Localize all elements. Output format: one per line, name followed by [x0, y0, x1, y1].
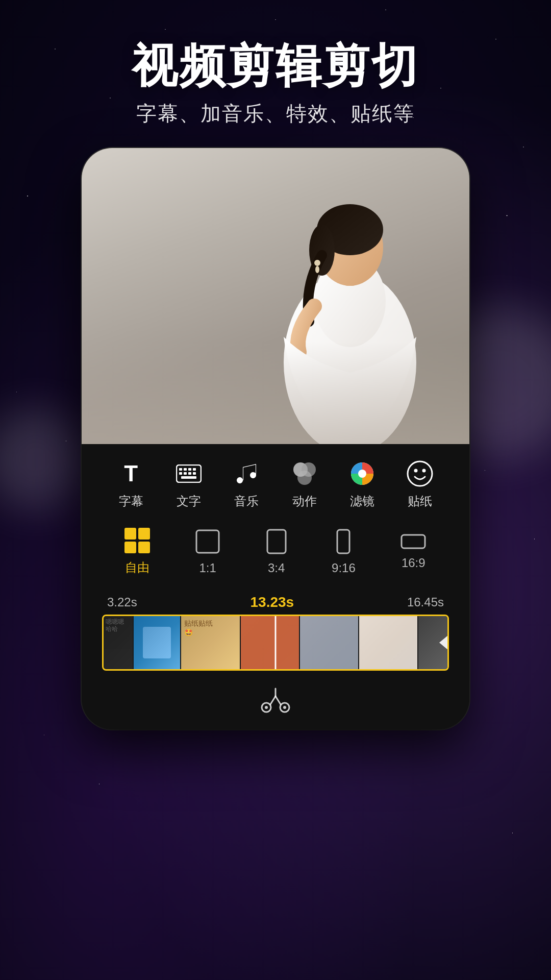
page-content: 视频剪辑剪切 字幕、加音乐、特效、贴纸等	[0, 0, 551, 980]
ratio-3-4-label: 3:4	[268, 561, 285, 575]
main-title: 视频剪辑剪切	[132, 41, 419, 91]
tool-music[interactable]: 音乐	[232, 459, 261, 509]
svg-rect-10	[184, 468, 187, 471]
keyboard-svg	[176, 464, 202, 483]
svg-rect-16	[193, 472, 196, 475]
svg-rect-15	[188, 472, 191, 475]
ratio-9-16-label: 9:16	[332, 561, 356, 575]
svg-point-7	[315, 266, 319, 273]
ratio-9-16[interactable]: 9:16	[332, 528, 356, 575]
grid-icon	[124, 528, 150, 553]
tool-action[interactable]: 动作	[290, 459, 319, 509]
timeline-timestamps: 3.22s 13.23s 16.45s	[102, 594, 449, 610]
music-label: 音乐	[234, 493, 259, 509]
ratio-16-9-icon	[400, 533, 427, 550]
svg-rect-28	[337, 530, 349, 553]
ratio-1-1-label: 1:1	[199, 561, 216, 575]
scissors-area[interactable]	[102, 676, 449, 719]
svg-rect-17	[181, 476, 196, 479]
header-section: 视频剪辑剪切 字幕、加音乐、特效、贴纸等	[132, 0, 419, 128]
ts-left: 3.22s	[107, 595, 137, 609]
ratio-1-1[interactable]: 1:1	[194, 528, 221, 575]
svg-rect-9	[179, 468, 182, 471]
motion-circles-svg	[291, 460, 318, 487]
svg-point-25	[422, 469, 426, 473]
thumb-3	[241, 616, 299, 669]
tool-sticker[interactable]: 贴纸	[406, 459, 434, 509]
phone-mockup: T 字幕	[82, 148, 469, 729]
text-icon	[174, 459, 203, 488]
ts-center: 13.23s	[251, 594, 294, 610]
thumb-4	[300, 616, 358, 669]
action-icon	[290, 459, 319, 488]
tool-filter[interactable]: 滤镜	[348, 459, 377, 509]
svg-point-31	[265, 706, 268, 709]
thumb-2: 贴纸贴纸🤩	[181, 616, 239, 669]
filter-label: 滤镜	[350, 493, 374, 509]
svg-line-35	[276, 696, 281, 704]
thumb-1	[134, 616, 180, 669]
svg-rect-27	[267, 530, 286, 553]
ratio-3-4-icon	[266, 528, 287, 555]
svg-rect-13	[179, 472, 182, 475]
music-icon	[232, 459, 261, 488]
ratio-9-16-icon	[336, 528, 351, 555]
svg-rect-26	[196, 530, 219, 553]
scissors-icon	[260, 686, 291, 714]
svg-point-23	[408, 461, 432, 486]
timeline-cursor	[275, 615, 277, 671]
ratio-free[interactable]: 自由	[124, 528, 150, 576]
svg-line-34	[270, 696, 276, 704]
ratio-16-9-label: 16:9	[402, 556, 425, 570]
svg-point-22	[358, 470, 366, 478]
svg-point-33	[283, 706, 286, 709]
music-note-svg	[235, 461, 258, 486]
timeline-track[interactable]: 嗯嗯嗯哈哈 贴纸贴纸🤩	[102, 615, 449, 671]
svg-rect-11	[188, 468, 191, 471]
tool-text[interactable]: 文字	[174, 459, 203, 509]
svg-point-24	[414, 469, 418, 473]
thumb-pre: 嗯嗯嗯哈哈	[104, 616, 133, 669]
timeline-area: 3.22s 13.23s 16.45s 嗯嗯嗯哈哈	[102, 594, 449, 676]
sticker-label: 贴纸	[408, 493, 432, 509]
palette-svg	[349, 460, 375, 487]
ratio-3-4[interactable]: 3:4	[266, 528, 287, 575]
ratio-16-9[interactable]: 16:9	[400, 533, 427, 570]
video-preview	[82, 148, 469, 444]
ratio-row: 自由 1:1 3:4	[102, 528, 449, 576]
subtitle-label: 字幕	[119, 493, 143, 509]
svg-rect-29	[402, 535, 425, 548]
tool-subtitle[interactable]: T 字幕	[117, 459, 145, 509]
svg-rect-14	[184, 472, 187, 475]
ratio-free-label: 自由	[125, 559, 149, 576]
thumb-5	[359, 616, 417, 669]
svg-rect-12	[193, 468, 196, 471]
sticker-icon	[406, 459, 434, 488]
filter-icon	[348, 459, 377, 488]
subtitle-icon: T	[117, 459, 145, 488]
timeline-arrow	[439, 635, 448, 650]
svg-point-6	[314, 260, 320, 266]
face-svg	[407, 460, 433, 487]
ratio-1-1-icon	[194, 528, 221, 555]
svg-point-20	[297, 471, 312, 485]
sub-title: 字幕、加音乐、特效、贴纸等	[132, 100, 419, 128]
wave-bg	[82, 342, 469, 444]
tool-row: T 字幕	[102, 459, 449, 509]
action-label: 动作	[292, 493, 317, 509]
ts-right: 16.45s	[407, 595, 444, 609]
text-label: 文字	[177, 493, 201, 509]
controls-panel: T 字幕	[82, 444, 469, 729]
